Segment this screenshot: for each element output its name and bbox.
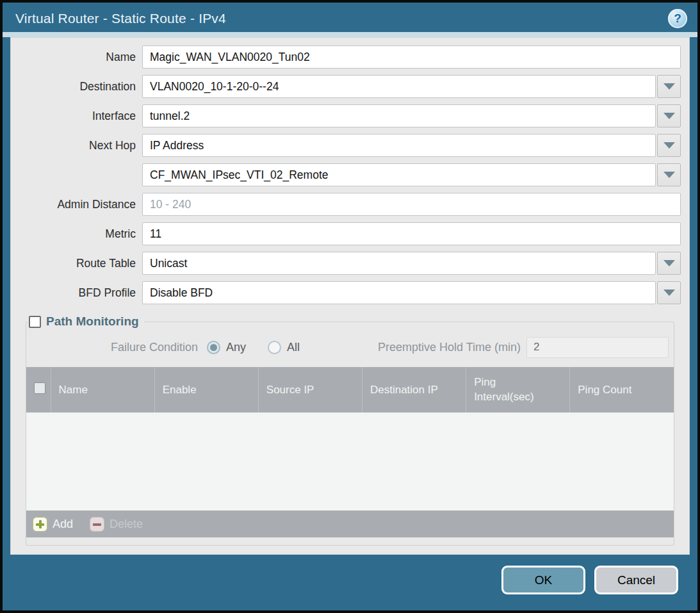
chevron-down-icon: [663, 83, 675, 90]
delete-button-label: Delete: [110, 518, 143, 531]
ok-button[interactable]: OK: [501, 566, 585, 594]
chevron-down-icon: [663, 172, 675, 178]
interface-dropdown-button[interactable]: [657, 104, 681, 127]
destination-input[interactable]: [142, 75, 656, 98]
form-row-metric: Metric: [19, 222, 681, 245]
failure-condition-all-label: All: [287, 341, 300, 354]
column-header-name: Name: [51, 367, 154, 413]
form-row-admin-distance: Admin Distance: [19, 193, 681, 216]
route-table-input[interactable]: [142, 252, 656, 275]
select-all-checkbox: [34, 382, 45, 394]
interface-label: Interface: [19, 110, 142, 123]
preemptive-hold-time-group: Preemptive Hold Time (min): [378, 337, 669, 358]
column-header-enable: Enable: [154, 367, 258, 413]
table-empty-row: [26, 413, 674, 511]
next-hop-type-dropdown-button[interactable]: [657, 134, 681, 157]
failure-condition-row: Failure Condition Any All Preemptive Hol…: [26, 329, 674, 367]
column-header-source-ip: Source IP: [258, 367, 362, 413]
column-header-destination-ip: Destination IP: [362, 367, 466, 413]
failure-condition-radio-group: Any All: [207, 341, 322, 354]
select-all-column-header: [26, 367, 51, 413]
route-table-dropdown-button[interactable]: [657, 252, 681, 275]
bfd-profile-dropdown-button[interactable]: [657, 281, 681, 304]
dialog-body: Name Destination Interface: [10, 37, 690, 555]
preemptive-hold-time-input: [526, 337, 669, 358]
column-header-ping-interval: Ping Interval(sec): [466, 367, 570, 413]
bfd-profile-label: BFD Profile: [19, 286, 142, 300]
form-row-next-hop-type: Next Hop: [19, 134, 681, 157]
path-monitoring-checkbox[interactable]: [29, 316, 41, 328]
bfd-profile-input[interactable]: [142, 281, 656, 304]
table-header-row: Name Enable Source IP Destination IP Pin…: [26, 367, 674, 413]
add-button[interactable]: Add: [33, 517, 73, 532]
add-button-label: Add: [53, 518, 73, 531]
form-row-name: Name: [19, 45, 681, 69]
dialog-title: Virtual Router - Static Route - IPv4: [15, 11, 226, 26]
path-monitoring-legend: Path Monitoring: [28, 315, 144, 329]
destination-dropdown-button[interactable]: [657, 75, 681, 98]
chevron-down-icon: [663, 113, 675, 119]
form-row-interface: Interface: [19, 104, 681, 127]
admin-distance-input[interactable]: [142, 193, 681, 216]
chevron-down-icon: [663, 260, 675, 266]
name-input[interactable]: [142, 45, 681, 69]
minus-icon: [90, 517, 104, 532]
form-row-bfd-profile: BFD Profile: [19, 281, 681, 304]
column-header-ping-count: Ping Count: [570, 367, 674, 413]
route-table-label: Route Table: [19, 257, 142, 270]
next-hop-label: Next Hop: [19, 139, 142, 152]
interface-input[interactable]: [142, 104, 656, 127]
path-monitoring-table: Name Enable Source IP Destination IP Pin…: [26, 367, 674, 511]
next-hop-address-input[interactable]: [142, 163, 656, 186]
failure-condition-label: Failure Condition: [26, 341, 198, 354]
failure-condition-all-radio: [268, 341, 281, 354]
form-row-route-table: Route Table: [19, 252, 681, 275]
table-toolbar: Add Delete: [26, 511, 674, 537]
metric-label: Metric: [19, 227, 142, 241]
failure-condition-any-label: Any: [226, 341, 246, 354]
failure-condition-all-option: All: [268, 341, 300, 354]
table-empty-body: [26, 413, 674, 511]
metric-input[interactable]: [142, 222, 681, 245]
next-hop-type-input[interactable]: [142, 134, 656, 157]
form-row-next-hop-address: [19, 163, 681, 186]
cancel-button[interactable]: Cancel: [594, 566, 678, 594]
delete-button: Delete: [90, 517, 143, 532]
help-icon: ?: [674, 12, 681, 26]
titlebar-accent-strip: [3, 32, 697, 37]
destination-label: Destination: [19, 80, 142, 94]
admin-distance-label: Admin Distance: [19, 198, 142, 211]
plus-icon: [33, 517, 47, 532]
path-monitoring-section: Path Monitoring Failure Condition Any Al…: [26, 315, 674, 546]
dialog-footer: OK Cancel: [3, 555, 697, 610]
failure-condition-any-option: Any: [207, 341, 246, 354]
static-route-dialog: Virtual Router - Static Route - IPv4 ? N…: [0, 0, 700, 613]
next-hop-address-dropdown-button[interactable]: [657, 163, 681, 186]
chevron-down-icon: [663, 290, 675, 296]
dialog-titlebar: Virtual Router - Static Route - IPv4 ?: [3, 3, 697, 32]
name-label: Name: [19, 51, 142, 64]
failure-condition-any-radio: [207, 341, 220, 354]
preemptive-hold-time-label: Preemptive Hold Time (min): [378, 341, 521, 354]
chevron-down-icon: [663, 142, 675, 149]
form-row-destination: Destination: [19, 75, 681, 98]
path-monitoring-title: Path Monitoring: [46, 315, 139, 329]
help-button[interactable]: ?: [668, 9, 687, 28]
